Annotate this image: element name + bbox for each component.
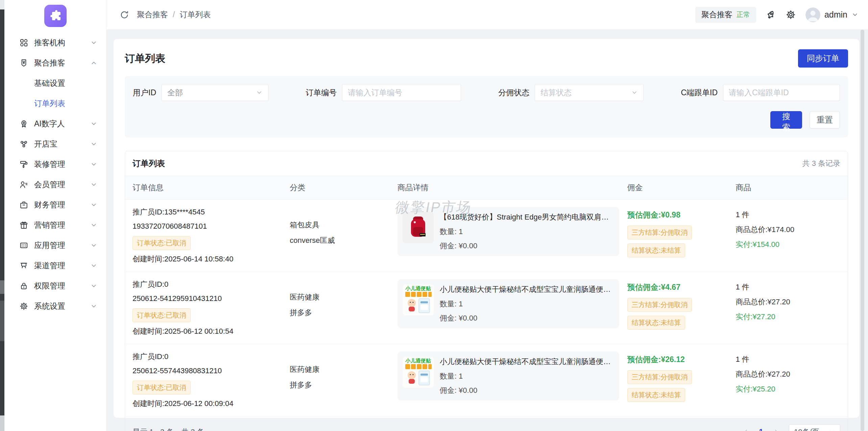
product-image-baby-patch: 小儿通便贴	[403, 357, 434, 388]
goods-count: 1 件	[736, 354, 848, 364]
sidebar-item-label: 基础设置	[34, 78, 65, 88]
topbar: 聚合推客 / 订单列表 聚合推客 正常 admin	[106, 0, 868, 30]
category-name: 医药健康	[290, 292, 397, 302]
record-count: 共 3 条记录	[802, 158, 840, 169]
logo-container	[4, 0, 106, 27]
sidebar-item-channels[interactable]: 渠道管理	[4, 255, 106, 276]
chevron-down-icon	[90, 222, 97, 229]
sidebar-item-label: 营销管理	[34, 220, 65, 230]
reset-button[interactable]: 重置	[810, 111, 840, 129]
chevron-down-icon	[90, 303, 97, 310]
column-header-commission: 佣金	[627, 182, 735, 193]
goods-cell: 1 件 商品总价:¥174.00 实付:¥154.00	[735, 207, 848, 264]
chevron-down-icon	[90, 201, 97, 208]
sidebar-item-apps[interactable]: 应用管理	[4, 235, 106, 255]
table-card-header: 订单列表 共 3 条记录	[125, 151, 848, 176]
org-grid-icon	[19, 38, 28, 47]
c-follow-id-input[interactable]	[723, 84, 840, 101]
commission-cell: 预估佣金:¥0.98 三方结算:分佣取消 结算状态:未结算	[627, 207, 735, 264]
sidebar-item-label: 装修管理	[34, 159, 65, 170]
filter-user-id: 用户ID 全部	[133, 84, 268, 101]
chevron-down-icon	[90, 262, 97, 269]
user-menu[interactable]: admin	[805, 7, 859, 22]
app-logo[interactable]	[44, 5, 67, 27]
sidebar-nav: 推客机构 聚合推客 基础设置 订单列表 AI数字人 开店宝	[4, 32, 106, 316]
goods-count: 1 件	[736, 282, 848, 292]
sidebar-item-finance[interactable]: 财务管理	[4, 195, 106, 215]
search-button[interactable]: 搜索	[770, 111, 802, 129]
column-header-category: 分类	[289, 182, 397, 193]
order-no-label: 订单编号	[306, 87, 337, 98]
breadcrumb-current: 订单列表	[179, 9, 211, 20]
product-card: 小儿通便贴 小儿便秘贴大便干燥秘结不成型宝宝儿童润肠通便排便排胃肠道... 数量…	[397, 352, 619, 401]
chevron-down-icon	[90, 120, 97, 127]
share-nodes-icon	[19, 140, 28, 149]
sidebar-item-decoration[interactable]: 装修管理	[4, 154, 106, 174]
sidebar: 推客机构 聚合推客 基础设置 订单列表 AI数字人 开店宝	[4, 0, 106, 431]
refresh-icon[interactable]	[119, 10, 129, 20]
product-detail-cell: 小儿通便贴 小儿便秘贴大便干燥秘结不成型宝宝儿童润肠通便排便排胃肠道... 数量…	[397, 352, 627, 409]
sidebar-item-ai-digital-human[interactable]: AI数字人	[4, 113, 106, 134]
sidebar-item-members[interactable]: 会员管理	[4, 174, 106, 195]
current-page-number[interactable]: 1	[757, 428, 765, 431]
sliver-block	[0, 301, 4, 341]
commission-status-select[interactable]: 结算状态	[535, 84, 644, 101]
sidebar-item-marketing[interactable]: 营销管理	[4, 215, 106, 235]
filter-row: 用户ID 全部 订单编号 分佣状态 结算状态	[133, 84, 840, 101]
third-party-settle-tag: 三方结算:分佣取消	[627, 298, 692, 312]
product-text: 小儿便秘贴大便干燥秘结不成型宝宝儿童润肠通便排便排胃肠道... 数量: 1 佣金…	[440, 284, 612, 323]
category-cell: 医药健康 拼多多	[289, 279, 397, 336]
chevron-down-icon	[256, 89, 263, 96]
gear-icon[interactable]	[786, 9, 796, 20]
order-status-badge: 订单状态:已取消	[132, 381, 191, 395]
promoter-id: 推广员ID:0	[132, 279, 289, 289]
main-content-card: 订单列表 同步订单 用户ID 全部 订单编号 分佣状态	[114, 39, 859, 418]
product-qty: 数量: 1	[440, 299, 612, 309]
order-info-cell: 推广员ID:0 250612-541295910431210 订单状态:已取消 …	[125, 279, 289, 336]
estimated-commission: 预估佣金:¥4.67	[627, 282, 735, 293]
product-image-backpack	[403, 212, 434, 243]
product-card: 【618现货好价】Straight Edge男女简约电脑双肩包书包 数量: 1 …	[397, 207, 619, 256]
scrollbar[interactable]	[861, 30, 864, 431]
promoter-id: 推广员ID:135****4545	[132, 207, 289, 217]
rocket-icon[interactable]	[764, 7, 778, 22]
sidebar-item-kaidianbao[interactable]: 开店宝	[4, 134, 106, 154]
category-cell: 医药健康 拼多多	[289, 352, 397, 409]
sidebar-item-label: 渠道管理	[34, 260, 65, 271]
sidebar-item-label: AI数字人	[34, 119, 65, 129]
goods-paid: 实付:¥154.00	[736, 239, 848, 250]
user-id-select[interactable]: 全部	[162, 84, 268, 101]
pagination: 1 10条/页	[742, 424, 840, 431]
sidebar-item-label: 系统设置	[34, 301, 65, 311]
paint-roller-icon	[19, 160, 28, 169]
sidebar-item-aggregate-promoter[interactable]: 聚合推客	[4, 53, 106, 73]
product-text: 【618现货好价】Straight Edge男女简约电脑双肩包书包 数量: 1 …	[440, 212, 612, 251]
scrollbar-thumb[interactable]	[861, 30, 864, 431]
goods-cell: 1 件 商品总价:¥27.20 实付:¥25.20	[735, 352, 848, 409]
sidebar-item-system-settings[interactable]: 系统设置	[4, 296, 106, 316]
commission-cell: 预估佣金:¥26.12 三方结算:分佣取消 结算状态:未结算	[627, 352, 735, 409]
pagination-summary: 显示 1 - 3 条，共 3 条	[132, 427, 204, 431]
product-title: 【618现货好价】Straight Edge男女简约电脑双肩包书包	[440, 212, 612, 222]
sidebar-subitem-basic-settings[interactable]: 基础设置	[4, 73, 106, 93]
product-text: 小儿便秘贴大便干燥秘结不成型宝宝儿童润肠通便排便排胃肠道... 数量: 1 佣金…	[440, 357, 612, 396]
prev-page-button[interactable]	[742, 428, 750, 431]
sidebar-subitem-order-list[interactable]: 订单列表	[4, 93, 106, 113]
breadcrumb-parent[interactable]: 聚合推客	[137, 9, 168, 20]
sidebar-item-label: 财务管理	[34, 200, 65, 210]
sync-orders-button[interactable]: 同步订单	[798, 49, 848, 68]
next-page-button[interactable]	[772, 428, 780, 431]
brand-name: 拼多多	[290, 380, 397, 390]
order-no-input[interactable]	[342, 84, 461, 101]
estimated-commission: 预估佣金:¥0.98	[627, 210, 735, 220]
sidebar-item-permissions[interactable]: 权限管理	[4, 276, 106, 296]
order-number: 250612-541295910431210	[132, 294, 289, 303]
presentation-board-icon	[19, 261, 28, 270]
goods-paid: 实付:¥27.20	[736, 312, 848, 322]
app-status-badge[interactable]: 聚合推客 正常	[695, 7, 756, 23]
sidebar-item-promoter-org[interactable]: 推客机构	[4, 32, 106, 53]
page-size-select[interactable]: 10条/页	[789, 424, 840, 431]
commission-cell: 预估佣金:¥4.67 三方结算:分佣取消 结算状态:未结算	[627, 279, 735, 336]
lock-icon	[19, 281, 28, 290]
category-cell: 箱包皮具 converse匡威	[289, 207, 397, 264]
